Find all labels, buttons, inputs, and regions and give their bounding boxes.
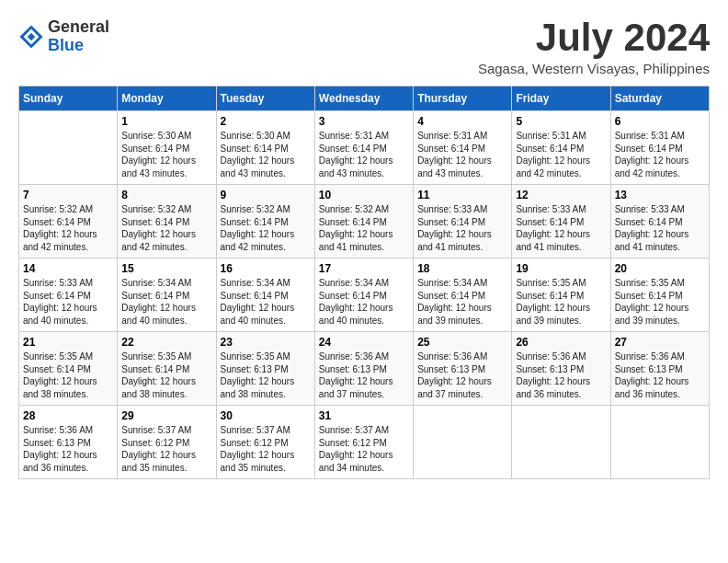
day-info: Sunrise: 5:36 AM Sunset: 6:13 PM Dayligh… <box>319 350 409 400</box>
day-info: Sunrise: 5:34 AM Sunset: 6:14 PM Dayligh… <box>221 277 311 327</box>
header-thursday: Thursday <box>414 86 512 111</box>
day-info: Sunrise: 5:36 AM Sunset: 6:13 PM Dayligh… <box>23 424 113 474</box>
day-info: Sunrise: 5:33 AM Sunset: 6:14 PM Dayligh… <box>23 277 113 327</box>
day-number: 18 <box>417 262 507 275</box>
day-info: Sunrise: 5:35 AM Sunset: 6:14 PM Dayligh… <box>23 350 113 400</box>
logo-text: General Blue <box>48 18 109 55</box>
day-info: Sunrise: 5:35 AM Sunset: 6:14 PM Dayligh… <box>516 277 606 327</box>
day-info: Sunrise: 5:33 AM Sunset: 6:14 PM Dayligh… <box>615 203 705 253</box>
calendar-table: SundayMondayTuesdayWednesdayThursdayFrid… <box>18 86 710 479</box>
logo: General Blue <box>18 18 109 55</box>
calendar-cell: 16Sunrise: 5:34 AM Sunset: 6:14 PM Dayli… <box>216 259 314 332</box>
day-info: Sunrise: 5:30 AM Sunset: 6:14 PM Dayligh… <box>221 130 311 179</box>
calendar-cell: 29Sunrise: 5:37 AM Sunset: 6:12 PM Dayli… <box>118 406 216 479</box>
header-row: SundayMondayTuesdayWednesdayThursdayFrid… <box>19 86 710 111</box>
day-number: 19 <box>516 262 606 275</box>
day-info: Sunrise: 5:32 AM Sunset: 6:14 PM Dayligh… <box>23 203 113 253</box>
day-number: 6 <box>615 115 705 128</box>
day-info: Sunrise: 5:31 AM Sunset: 6:14 PM Dayligh… <box>417 130 507 179</box>
calendar-cell <box>610 406 709 479</box>
calendar-cell: 2Sunrise: 5:30 AM Sunset: 6:14 PM Daylig… <box>216 111 314 185</box>
day-number: 17 <box>319 262 409 275</box>
calendar-cell: 27Sunrise: 5:36 AM Sunset: 6:13 PM Dayli… <box>610 332 709 406</box>
header-saturday: Saturday <box>610 86 709 111</box>
day-info: Sunrise: 5:34 AM Sunset: 6:14 PM Dayligh… <box>121 277 211 327</box>
day-number: 31 <box>319 409 409 422</box>
day-number: 25 <box>417 336 507 349</box>
calendar-cell: 20Sunrise: 5:35 AM Sunset: 6:14 PM Dayli… <box>610 259 709 332</box>
day-info: Sunrise: 5:33 AM Sunset: 6:14 PM Dayligh… <box>516 203 606 253</box>
day-info: Sunrise: 5:31 AM Sunset: 6:14 PM Dayligh… <box>516 130 606 179</box>
day-info: Sunrise: 5:36 AM Sunset: 6:13 PM Dayligh… <box>417 350 507 400</box>
day-number: 3 <box>319 115 409 128</box>
day-number: 29 <box>121 409 211 422</box>
day-number: 13 <box>615 189 705 201</box>
day-info: Sunrise: 5:35 AM Sunset: 6:14 PM Dayligh… <box>121 350 211 400</box>
calendar-cell: 3Sunrise: 5:31 AM Sunset: 6:14 PM Daylig… <box>314 111 413 185</box>
calendar-cell: 6Sunrise: 5:31 AM Sunset: 6:14 PM Daylig… <box>610 111 709 185</box>
day-info: Sunrise: 5:34 AM Sunset: 6:14 PM Dayligh… <box>319 277 409 327</box>
day-number: 15 <box>121 262 211 275</box>
day-number: 16 <box>221 262 311 275</box>
day-info: Sunrise: 5:35 AM Sunset: 6:13 PM Dayligh… <box>221 350 311 400</box>
day-number: 1 <box>121 115 211 128</box>
location: Sagasa, Western Visayas, Philippines <box>478 61 710 76</box>
day-info: Sunrise: 5:33 AM Sunset: 6:14 PM Dayligh… <box>417 203 507 253</box>
day-number: 9 <box>221 189 311 201</box>
calendar-cell: 19Sunrise: 5:35 AM Sunset: 6:14 PM Dayli… <box>512 259 610 332</box>
calendar-cell: 21Sunrise: 5:35 AM Sunset: 6:14 PM Dayli… <box>19 332 118 406</box>
calendar-cell: 13Sunrise: 5:33 AM Sunset: 6:14 PM Dayli… <box>610 185 709 259</box>
calendar-cell: 1Sunrise: 5:30 AM Sunset: 6:14 PM Daylig… <box>118 111 216 185</box>
day-number: 27 <box>615 336 705 349</box>
day-info: Sunrise: 5:36 AM Sunset: 6:13 PM Dayligh… <box>615 350 705 400</box>
day-number: 26 <box>516 336 606 349</box>
logo-icon <box>18 24 44 50</box>
calendar-cell: 9Sunrise: 5:32 AM Sunset: 6:14 PM Daylig… <box>216 185 314 259</box>
day-number: 22 <box>121 336 211 349</box>
day-number: 5 <box>516 115 606 128</box>
page-header: General Blue July 2024 Sagasa, Western V… <box>18 18 710 76</box>
day-info: Sunrise: 5:32 AM Sunset: 6:14 PM Dayligh… <box>319 203 409 253</box>
title-block: July 2024 Sagasa, Western Visayas, Phili… <box>478 18 710 76</box>
month-title: July 2024 <box>478 18 710 57</box>
day-info: Sunrise: 5:31 AM Sunset: 6:14 PM Dayligh… <box>319 130 409 179</box>
day-info: Sunrise: 5:32 AM Sunset: 6:14 PM Dayligh… <box>221 203 311 253</box>
calendar-cell: 23Sunrise: 5:35 AM Sunset: 6:13 PM Dayli… <box>216 332 314 406</box>
calendar-cell: 17Sunrise: 5:34 AM Sunset: 6:14 PM Dayli… <box>314 259 413 332</box>
day-number: 4 <box>417 115 507 128</box>
day-number: 10 <box>319 189 409 201</box>
week-row-2: 14Sunrise: 5:33 AM Sunset: 6:14 PM Dayli… <box>19 259 710 332</box>
calendar-cell: 25Sunrise: 5:36 AM Sunset: 6:13 PM Dayli… <box>414 332 512 406</box>
logo-blue-text: Blue <box>48 37 109 55</box>
day-info: Sunrise: 5:37 AM Sunset: 6:12 PM Dayligh… <box>221 424 311 474</box>
day-number: 20 <box>615 262 705 275</box>
calendar-cell: 4Sunrise: 5:31 AM Sunset: 6:14 PM Daylig… <box>414 111 512 185</box>
day-info: Sunrise: 5:30 AM Sunset: 6:14 PM Dayligh… <box>121 130 211 179</box>
day-info: Sunrise: 5:37 AM Sunset: 6:12 PM Dayligh… <box>319 424 409 474</box>
header-tuesday: Tuesday <box>216 86 314 111</box>
day-info: Sunrise: 5:37 AM Sunset: 6:12 PM Dayligh… <box>121 424 211 474</box>
calendar-cell <box>414 406 512 479</box>
header-monday: Monday <box>118 86 216 111</box>
day-number: 30 <box>221 409 311 422</box>
week-row-3: 21Sunrise: 5:35 AM Sunset: 6:14 PM Dayli… <box>19 332 710 406</box>
day-info: Sunrise: 5:34 AM Sunset: 6:14 PM Dayligh… <box>417 277 507 327</box>
day-number: 23 <box>221 336 311 349</box>
day-number: 8 <box>121 189 211 201</box>
calendar-cell: 14Sunrise: 5:33 AM Sunset: 6:14 PM Dayli… <box>19 259 118 332</box>
calendar-header: SundayMondayTuesdayWednesdayThursdayFrid… <box>19 86 710 111</box>
calendar-cell <box>512 406 610 479</box>
day-number: 2 <box>221 115 311 128</box>
calendar-cell: 26Sunrise: 5:36 AM Sunset: 6:13 PM Dayli… <box>512 332 610 406</box>
day-number: 28 <box>23 409 113 422</box>
day-number: 14 <box>23 262 113 275</box>
day-info: Sunrise: 5:31 AM Sunset: 6:14 PM Dayligh… <box>615 130 705 179</box>
calendar-cell: 8Sunrise: 5:32 AM Sunset: 6:14 PM Daylig… <box>118 185 216 259</box>
day-info: Sunrise: 5:35 AM Sunset: 6:14 PM Dayligh… <box>615 277 705 327</box>
calendar-cell: 10Sunrise: 5:32 AM Sunset: 6:14 PM Dayli… <box>314 185 413 259</box>
day-info: Sunrise: 5:36 AM Sunset: 6:13 PM Dayligh… <box>516 350 606 400</box>
header-wednesday: Wednesday <box>314 86 413 111</box>
calendar-cell: 11Sunrise: 5:33 AM Sunset: 6:14 PM Dayli… <box>414 185 512 259</box>
header-friday: Friday <box>512 86 610 111</box>
day-number: 11 <box>417 189 507 201</box>
